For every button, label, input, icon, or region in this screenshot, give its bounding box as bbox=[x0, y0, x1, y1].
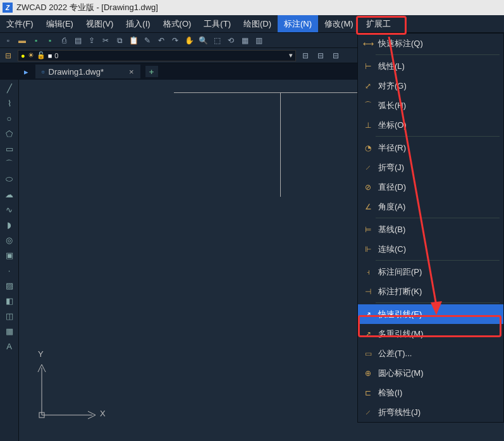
continue-icon: ⊩ bbox=[363, 245, 373, 254]
menu-modify[interactable]: 修改(M) bbox=[318, 15, 360, 32]
app-icon: Z bbox=[3, 3, 13, 13]
dd-diameter[interactable]: ⊘直径(D) bbox=[358, 177, 503, 197]
dd-aligned[interactable]: ⤢对齐(G) bbox=[358, 76, 503, 96]
tab-dwg-icon: ▫ bbox=[42, 67, 45, 77]
menu-edit[interactable]: 编辑(E) bbox=[40, 15, 80, 32]
menu-dimension[interactable]: 标注(N) bbox=[278, 15, 318, 32]
layer-on-icon: ● bbox=[21, 52, 25, 59]
dd-joglinear[interactable]: ⟋折弯线性(J) bbox=[358, 402, 503, 422]
ucs-x-label: X bbox=[100, 409, 106, 418]
new-tab-button[interactable]: + bbox=[145, 66, 158, 77]
dd-break[interactable]: ⊣标注打断(K) bbox=[358, 282, 503, 301]
circle-icon[interactable]: ○ bbox=[4, 113, 15, 124]
layer-iso-icon[interactable]: ⊟ bbox=[330, 50, 341, 61]
paste-icon[interactable]: 📋 bbox=[128, 35, 139, 46]
open-icon[interactable]: ▬ bbox=[16, 35, 28, 46]
menu-tools[interactable]: 工具(T) bbox=[197, 15, 237, 32]
diameter-icon: ⊘ bbox=[363, 183, 373, 192]
spline-icon[interactable]: ∿ bbox=[4, 204, 15, 215]
dd-mleader[interactable]: ↗多重引线(M) bbox=[358, 324, 503, 344]
quickdim-icon: ⟷ bbox=[363, 39, 373, 48]
point-icon[interactable]: · bbox=[4, 264, 15, 276]
layer-prev-icon[interactable]: ⊟ bbox=[300, 50, 311, 61]
dimbreak-icon: ⊣ bbox=[363, 287, 373, 296]
publish-icon[interactable]: ⇪ bbox=[86, 35, 97, 46]
polyline-icon[interactable]: ⌇ bbox=[4, 97, 15, 109]
dimension-dropdown: ⟷快速标注(Q) ⊢线性(L) ⤢对齐(G) ⌒弧长(H) ⊥坐标(O) ◔半径… bbox=[357, 33, 504, 423]
zoom-prev-icon[interactable]: ⟲ bbox=[225, 35, 237, 46]
dd-qleader[interactable]: ↗快速引线(E) bbox=[358, 304, 503, 324]
hatch-icon[interactable]: ▨ bbox=[4, 280, 15, 291]
zoom-window-icon[interactable]: ⬚ bbox=[211, 35, 223, 46]
gradient-icon[interactable]: ◧ bbox=[4, 295, 15, 306]
ellipse-icon[interactable]: ⬭ bbox=[4, 173, 15, 185]
layer-dropdown[interactable]: ● ☀ 🔓 ■ 0 ▾ bbox=[18, 50, 296, 61]
zoom-icon[interactable]: 🔍 bbox=[197, 35, 209, 46]
redo-icon[interactable]: ↷ bbox=[169, 35, 181, 46]
region-icon[interactable]: ◫ bbox=[4, 310, 15, 321]
menu-ext[interactable]: 扩展工 bbox=[360, 15, 397, 32]
cut-icon[interactable]: ✂ bbox=[100, 35, 111, 46]
new-icon[interactable]: ▫ bbox=[3, 35, 14, 46]
menu-draw[interactable]: 绘图(D) bbox=[237, 15, 278, 32]
draw-toolbar: ╱ ⌇ ○ ⬠ ▭ ⌒ ⬭ ☁ ∿ ◗ ◎ ▣ · ▨ ◧ ◫ ▦ A bbox=[0, 80, 19, 441]
calc-icon[interactable]: ▥ bbox=[253, 35, 264, 46]
polygon-icon[interactable]: ⬠ bbox=[4, 128, 15, 139]
dd-center[interactable]: ⊕圆心标记(M) bbox=[358, 363, 503, 383]
separator bbox=[376, 260, 500, 261]
copy-icon[interactable]: ⧉ bbox=[114, 35, 125, 46]
separator bbox=[376, 302, 500, 303]
ellipse-arc-icon[interactable]: ◗ bbox=[4, 219, 15, 230]
dd-ordinate[interactable]: ⊥坐标(O) bbox=[358, 115, 503, 135]
tab-close-icon[interactable]: × bbox=[129, 67, 134, 77]
dd-jogged[interactable]: ⟋折弯(J) bbox=[358, 158, 503, 177]
document-tab[interactable]: ▫ Drawing1.dwg* × bbox=[35, 65, 140, 78]
center-icon: ⊕ bbox=[363, 369, 373, 378]
rectangle-icon[interactable]: ▭ bbox=[4, 143, 15, 154]
pin-icon[interactable]: ▸ bbox=[24, 67, 28, 77]
dd-inspect[interactable]: ⊏检验(I) bbox=[358, 383, 503, 402]
qleader-icon: ↗ bbox=[363, 310, 373, 319]
layer-name: 0 bbox=[54, 52, 58, 59]
angular-icon: ∠ bbox=[363, 202, 373, 211]
dd-quickdim[interactable]: ⟷快速标注(Q) bbox=[358, 34, 503, 53]
dd-radius[interactable]: ◔半径(R) bbox=[358, 138, 503, 158]
mtext-icon[interactable]: A bbox=[4, 340, 15, 352]
window-title: ZWCAD 2022 专业版 - [Drawing1.dwg] bbox=[16, 2, 158, 13]
dd-linear[interactable]: ⊢线性(L) bbox=[358, 56, 503, 76]
layer-state-icon[interactable]: ⊟ bbox=[315, 50, 326, 61]
plot-icon[interactable]: ⎙ bbox=[58, 35, 70, 46]
match-icon[interactable]: ✎ bbox=[142, 35, 153, 46]
properties-icon[interactable]: ▦ bbox=[239, 35, 250, 46]
arc-dim-icon: ⌒ bbox=[363, 100, 373, 111]
dd-continue[interactable]: ⊩连续(C) bbox=[358, 239, 503, 259]
saveall-icon[interactable]: ▪ bbox=[44, 35, 56, 46]
donut-icon[interactable]: ◎ bbox=[4, 234, 15, 245]
dd-baseline[interactable]: ⊨基线(B) bbox=[358, 220, 503, 239]
aligned-icon: ⤢ bbox=[363, 82, 373, 90]
layer-manager-icon[interactable]: ⊟ bbox=[3, 50, 14, 61]
radius-icon: ◔ bbox=[363, 144, 373, 152]
separator bbox=[376, 136, 500, 137]
menu-format[interactable]: 格式(O) bbox=[157, 15, 198, 32]
table-icon[interactable]: ▦ bbox=[4, 325, 15, 337]
menu-insert[interactable]: 插入(I) bbox=[120, 15, 156, 32]
layer-freeze-icon: ☀ bbox=[28, 51, 34, 59]
block-icon[interactable]: ▣ bbox=[4, 249, 15, 261]
dd-space[interactable]: ⫞标注间距(P) bbox=[358, 262, 503, 282]
preview-icon[interactable]: ▤ bbox=[72, 35, 83, 46]
revcloud-icon[interactable]: ☁ bbox=[4, 189, 15, 200]
undo-icon[interactable]: ↶ bbox=[156, 35, 167, 46]
title-bar[interactable]: Z ZWCAD 2022 专业版 - [Drawing1.dwg] bbox=[0, 0, 504, 15]
menu-view[interactable]: 视图(V) bbox=[80, 15, 120, 32]
dd-arc[interactable]: ⌒弧长(H) bbox=[358, 96, 503, 115]
dd-angular[interactable]: ∠角度(A) bbox=[358, 197, 503, 216]
arc-icon[interactable]: ⌒ bbox=[4, 158, 15, 170]
baseline-icon: ⊨ bbox=[363, 225, 373, 234]
dd-tolerance[interactable]: ▭公差(T)... bbox=[358, 344, 503, 363]
line-icon[interactable]: ╱ bbox=[4, 82, 15, 94]
pan-icon[interactable]: ✋ bbox=[183, 35, 195, 46]
save-icon[interactable]: ▪ bbox=[30, 35, 42, 46]
menu-file[interactable]: 文件(F) bbox=[0, 15, 40, 32]
layer-lock-icon: 🔓 bbox=[37, 51, 46, 59]
